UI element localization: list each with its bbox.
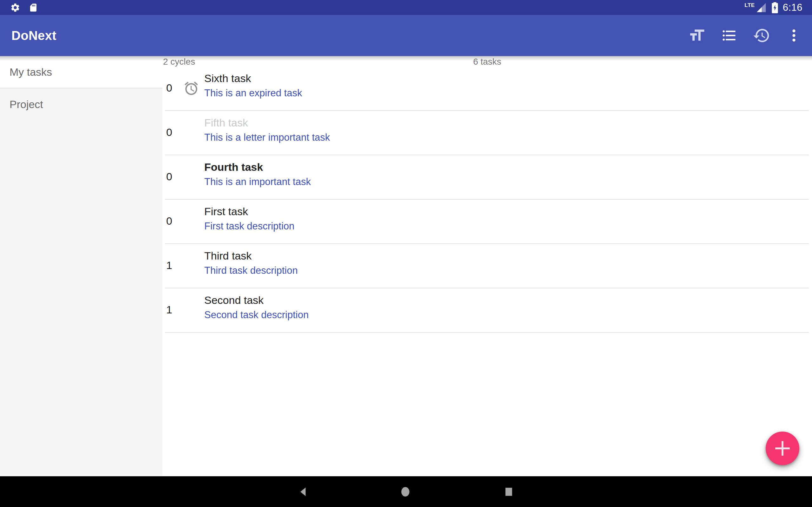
recents-button[interactable] — [491, 476, 526, 507]
sidebar: My tasks Project — [0, 56, 162, 476]
task-title: Third task — [204, 248, 812, 263]
task-row-sixth-task[interactable]: 0 Sixth task This is an expired task — [162, 66, 812, 111]
task-icon-slot-empty — [183, 125, 199, 141]
add-task-fab[interactable] — [766, 432, 799, 465]
overflow-menu-button[interactable] — [785, 26, 803, 45]
history-icon — [753, 26, 770, 44]
sidebar-item-my-tasks[interactable]: My tasks — [0, 56, 162, 88]
signal-icon: LTE — [745, 2, 767, 13]
list-header: 2 cycles 6 tasks — [162, 56, 812, 66]
task-row-fourth-task[interactable]: 0 Fourth task This is an important task — [162, 155, 812, 200]
task-row-second-task[interactable]: 1 Second task Second task description — [162, 288, 812, 333]
task-list-panel: 2 cycles 6 tasks 0 Sixth task This is an… — [162, 56, 812, 476]
settings-icon — [10, 3, 20, 13]
app-bar-actions — [688, 26, 803, 45]
back-icon — [298, 486, 309, 498]
task-subtitle: This is an important task — [204, 175, 812, 189]
task-counter: 1 — [166, 303, 183, 316]
task-icon-slot-empty — [183, 214, 199, 229]
task-row-third-task[interactable]: 1 Third task Third task description — [162, 244, 812, 288]
text-size-button[interactable] — [688, 26, 706, 45]
sidebar-item-label: My tasks — [9, 66, 52, 78]
task-title: Fifth task — [204, 115, 812, 130]
tasks-count-label: 6 tasks — [162, 57, 812, 67]
app-bar: DoNext — [0, 15, 812, 56]
text-size-icon — [688, 26, 706, 44]
task-subtitle: Second task description — [204, 308, 812, 322]
back-button[interactable] — [286, 476, 321, 507]
sd-card-icon — [29, 3, 38, 12]
task-counter: 0 — [166, 170, 183, 183]
network-type-label: LTE — [745, 2, 755, 9]
task-row-fifth-task[interactable]: 0 Fifth task This is a letter important … — [162, 111, 812, 155]
history-button[interactable] — [752, 26, 771, 45]
task-list-button[interactable] — [720, 26, 739, 45]
app-title: DoNext — [11, 29, 56, 43]
alarm-icon — [183, 80, 199, 96]
task-icon-slot-empty — [183, 169, 199, 185]
navigation-bar — [0, 476, 812, 507]
sidebar-item-project[interactable]: Project — [0, 89, 162, 120]
recents-icon — [503, 486, 514, 498]
task-subtitle: First task description — [204, 219, 812, 233]
task-counter: 0 — [166, 82, 183, 94]
row-divider — [165, 332, 809, 333]
battery-charging-icon — [771, 2, 778, 13]
task-list: 0 Sixth task This is an expired task 0 F… — [162, 66, 812, 333]
task-title: Second task — [204, 293, 812, 307]
task-counter: 1 — [166, 259, 183, 272]
status-bar: LTE 6:16 — [0, 0, 812, 15]
task-counter: 0 — [166, 126, 183, 138]
task-title: Fourth task — [204, 160, 812, 174]
task-subtitle: This is a letter important task — [204, 130, 812, 145]
plus-icon — [773, 439, 792, 458]
clock-label: 6:16 — [783, 2, 803, 13]
task-subtitle: This is an expired task — [204, 86, 812, 100]
task-subtitle: Third task description — [204, 264, 812, 278]
status-bar-notifications — [10, 3, 38, 13]
task-icon-slot-empty — [183, 258, 199, 274]
task-title: Sixth task — [204, 71, 812, 86]
home-icon — [400, 486, 411, 498]
overflow-menu-icon — [786, 27, 802, 43]
task-icon-slot-empty — [183, 302, 199, 318]
home-button[interactable] — [388, 476, 423, 507]
task-counter: 0 — [166, 215, 183, 227]
sidebar-item-label: Project — [9, 98, 43, 111]
task-title: First task — [204, 204, 812, 219]
task-row-first-task[interactable]: 0 First task First task description — [162, 200, 812, 244]
list-icon — [721, 27, 738, 44]
